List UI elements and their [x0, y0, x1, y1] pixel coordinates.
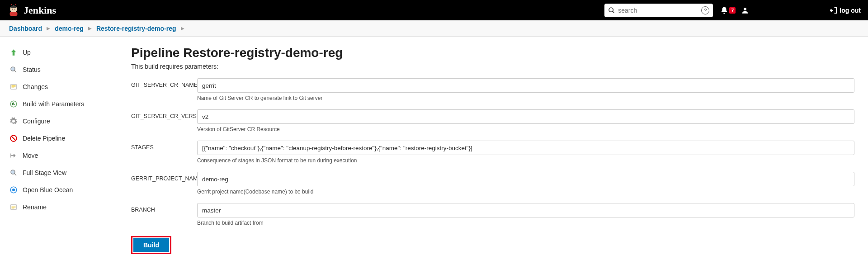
sidebar-item-move[interactable]: Move	[0, 147, 127, 164]
sidebar-item-label: Move	[23, 152, 38, 159]
build-button-highlight: Build	[131, 236, 171, 254]
svg-rect-18	[10, 154, 11, 158]
param-label: GERRIT_PROJECT_NAME	[131, 172, 194, 182]
search-icon	[608, 7, 615, 14]
svg-point-22	[12, 189, 15, 191]
sidebar-item-label: Status	[23, 66, 41, 73]
clock-play-icon	[9, 99, 18, 109]
sidebar-item-label: Changes	[23, 83, 48, 90]
header-icons: 7	[720, 5, 822, 16]
build-button[interactable]: Build	[133, 238, 169, 252]
person-icon	[741, 6, 749, 14]
svg-point-3	[12, 9, 13, 9]
breadcrumbs: Dashboard ▶ demo-reg ▶ Restore-registry-…	[0, 20, 868, 37]
param-help: Name of Git Server CR to generate link t…	[197, 95, 854, 101]
sidebar-item-label: Build with Parameters	[23, 100, 84, 108]
sidebar-item-label: Rename	[23, 203, 47, 211]
content: Pipeline Restore-registry-demo-reg This …	[127, 37, 868, 255]
svg-line-9	[14, 71, 17, 73]
sidebar-item-configure[interactable]: Configure	[0, 113, 127, 130]
chevron-right-icon: ▶	[181, 26, 184, 31]
logout-icon	[830, 6, 838, 14]
chevron-right-icon: ▶	[47, 26, 50, 31]
sidebar-item-status[interactable]: Status	[0, 61, 127, 78]
svg-point-5	[609, 8, 613, 12]
jenkins-logo[interactable]: Jenkins	[7, 4, 56, 17]
user-name-redacted	[755, 5, 822, 16]
notepad-icon	[9, 203, 18, 212]
param-input-stages[interactable]	[197, 141, 854, 155]
svg-rect-1	[11, 6, 16, 8]
chevron-right-icon: ▶	[88, 26, 92, 31]
param-input-gerrit-project-name[interactable]	[197, 172, 854, 186]
up-arrow-icon	[9, 48, 18, 57]
svg-line-17	[11, 136, 16, 141]
page-subtitle: This build requires parameters:	[131, 63, 854, 70]
sidebar-item-delete-pipeline[interactable]: Delete Pipeline	[0, 130, 127, 147]
move-icon	[9, 151, 18, 160]
svg-point-7	[744, 8, 746, 10]
parameters-form: GIT_SERVER_CR_NAME Name of Git Server CR…	[131, 78, 854, 226]
param-label: GIT_SERVER_CR_NAME	[131, 78, 194, 88]
sidebar-item-label: Configure	[23, 118, 50, 125]
sidebar-item-label: Open Blue Ocean	[23, 186, 73, 194]
sidebar-item-full-stage-view[interactable]: Full Stage View	[0, 164, 127, 181]
sidebar-item-changes[interactable]: Changes	[0, 78, 127, 95]
svg-line-20	[14, 174, 17, 176]
param-label: BRANCH	[131, 203, 194, 213]
breadcrumb-dashboard[interactable]: Dashboard	[9, 25, 42, 32]
jenkins-head-icon	[7, 4, 20, 17]
param-help: Branch to build artifact from	[197, 220, 854, 226]
param-help: Gerrit project name(Codebase name) to be…	[197, 189, 854, 195]
notepad-icon	[9, 82, 18, 91]
param-input-branch[interactable]	[197, 203, 854, 217]
param-help: Version of GitServer CR Resource	[197, 126, 854, 132]
bell-icon	[720, 6, 728, 14]
main-area: Up Status Changes Build with Parameters …	[0, 37, 868, 255]
gear-icon	[9, 117, 18, 126]
jenkins-wordmark: Jenkins	[24, 5, 56, 16]
sidebar-item-label: Up	[23, 49, 31, 56]
user-menu[interactable]	[741, 6, 749, 14]
sidebar-item-build-with-params[interactable]: Build with Parameters	[0, 95, 127, 113]
search-input[interactable]	[618, 7, 698, 14]
page-title: Pipeline Restore-registry-demo-reg	[131, 46, 854, 60]
sidebar-item-open-blue-ocean[interactable]: Open Blue Ocean	[0, 181, 127, 198]
param-label: STAGES	[131, 141, 194, 151]
svg-rect-2	[10, 12, 18, 15]
search-help-icon[interactable]: ?	[701, 6, 709, 14]
sidebar-item-label: Delete Pipeline	[23, 135, 65, 142]
breadcrumb-demo-reg[interactable]: demo-reg	[55, 25, 84, 32]
param-help: Consequence of stages in JSON format to …	[197, 157, 854, 164]
param-label: GIT_SERVER_CR_VERSION	[131, 109, 194, 119]
logout-label: log out	[840, 7, 861, 14]
breadcrumb-job[interactable]: Restore-registry-demo-reg	[96, 25, 176, 32]
svg-line-6	[613, 11, 614, 13]
param-input-git-server-cr-version[interactable]	[197, 109, 854, 124]
sidebar-item-up[interactable]: Up	[0, 44, 127, 61]
prohibited-icon	[9, 134, 18, 143]
sidebar-item-rename[interactable]: Rename	[0, 198, 127, 216]
magnifier-icon	[9, 168, 18, 177]
search-box[interactable]: ?	[604, 4, 713, 17]
blue-ocean-icon	[9, 185, 18, 194]
sidebar-item-label: Full Stage View	[23, 169, 66, 176]
sidebar: Up Status Changes Build with Parameters …	[0, 37, 127, 255]
notifications-button[interactable]: 7	[720, 6, 736, 14]
magnifier-icon	[9, 65, 18, 74]
logout-button[interactable]: log out	[830, 6, 861, 14]
svg-point-4	[14, 9, 15, 9]
notifications-count: 7	[729, 7, 736, 14]
top-header: Jenkins ? 7 log out	[0, 0, 868, 20]
param-input-git-server-cr-name[interactable]	[197, 78, 854, 93]
